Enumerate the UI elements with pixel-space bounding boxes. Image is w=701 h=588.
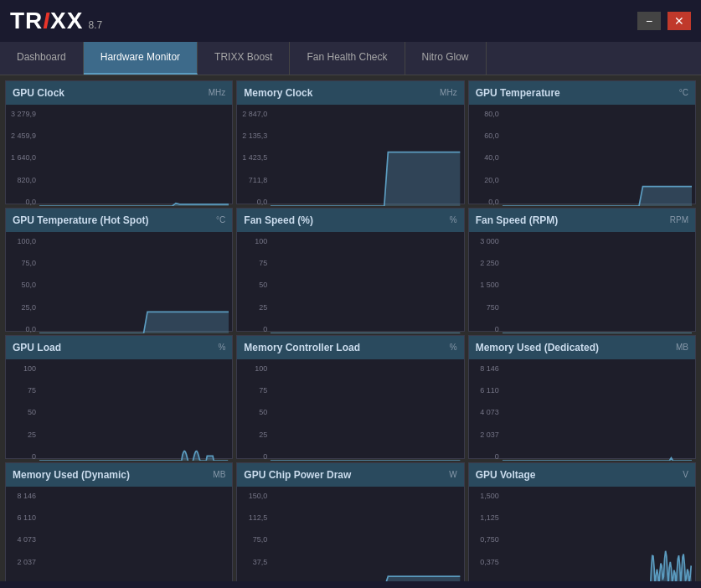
y-axis-label: 0: [32, 580, 36, 581]
card-unit-gpu-temperature: °C: [679, 88, 688, 97]
tab-hardware-monitor[interactable]: Hardware Monitor: [84, 42, 198, 75]
card-unit-memory-used-dedicated: MB: [676, 343, 688, 352]
card-header-gpu-temperature: GPU Temperature°C: [469, 81, 695, 105]
monitor-card-memory-used-dynamic: Memory Used (Dynamic)MB8 1466 1104 0732 …: [5, 462, 233, 581]
monitor-card-gpu-voltage: GPU VoltageV1,5001,1250,7500,3750,000: [468, 462, 696, 581]
monitor-card-gpu-temperature-hotspot: GPU Temperature (Hot Spot)°C100,075,050,…: [5, 208, 233, 332]
chart-area-fan-speed-percent: [271, 235, 460, 333]
y-axis-fan-speed-rpm: 3 0002 2501 5007500: [469, 235, 503, 337]
y-axis-gpu-clock: 3 279,92 459,91 640,0820,00,0: [6, 108, 39, 209]
card-title-fan-speed-percent: Fan Speed (%): [244, 214, 313, 226]
card-unit-memory-clock: MHz: [440, 88, 457, 97]
y-axis-label: 20,0: [484, 176, 499, 184]
chart-area-memory-controller-load: [271, 363, 460, 461]
y-axis-label: 3 000: [480, 237, 499, 245]
y-axis-label: 0,0: [25, 198, 36, 206]
y-axis-label: 50: [259, 281, 267, 289]
card-header-gpu-temperature-hotspot: GPU Temperature (Hot Spot)°C: [6, 209, 232, 232]
y-axis-label: 25: [28, 431, 36, 439]
card-body-gpu-voltage: 1,5001,1250,7500,3750,000: [469, 487, 695, 581]
chart-area-memory-used-dedicated: [503, 363, 692, 461]
card-body-gpu-clock: 3 279,92 459,91 640,0820,00,0: [6, 105, 232, 209]
y-axis-label: 0,000: [480, 580, 499, 581]
y-axis-label: 100: [255, 237, 267, 245]
y-axis-memory-controller-load: 1007550250: [237, 363, 271, 464]
y-axis-label: 150,0: [249, 492, 268, 500]
y-axis-label: 1 500: [480, 281, 499, 289]
y-axis-memory-used-dedicated: 8 1466 1104 0732 0370: [469, 363, 503, 464]
app-version: 8.7: [88, 19, 102, 31]
tab-trixx-boost[interactable]: TRIXX Boost: [198, 42, 290, 75]
card-header-memory-used-dynamic: Memory Used (Dynamic)MB: [6, 463, 232, 487]
y-axis-label: 8 146: [480, 364, 499, 373]
y-axis-label: 2 847,0: [242, 110, 267, 118]
monitor-card-gpu-temperature: GPU Temperature°C80,060,040,020,00,0: [468, 80, 696, 204]
monitor-card-gpu-chip-power-draw: GPU Chip Power DrawW150,0112,575,037,50,…: [236, 462, 464, 581]
card-body-gpu-temperature-hotspot: 100,075,050,025,00,0: [6, 232, 232, 337]
y-axis-label: 0,375: [480, 558, 499, 566]
tab-nitro-glow[interactable]: Nitro Glow: [405, 42, 487, 75]
title-bar: TRIXX 8.7 − ✕: [0, 0, 701, 42]
y-axis-label: 50: [28, 408, 36, 416]
chart-area-gpu-load: [39, 363, 229, 461]
y-axis-label: 0,0: [25, 325, 36, 333]
card-title-gpu-voltage: GPU Voltage: [476, 469, 536, 481]
card-title-gpu-temperature: GPU Temperature: [476, 87, 560, 99]
tab-dashboard[interactable]: Dashboard: [0, 42, 84, 75]
tab-fan-health-check[interactable]: Fan Health Check: [290, 42, 405, 75]
y-axis-label: 2 459,9: [11, 132, 36, 140]
y-axis-label: 1 423,5: [242, 153, 267, 162]
y-axis-label: 1,125: [480, 513, 499, 522]
y-axis-label: 2 037: [17, 558, 36, 566]
y-axis-label: 4 073: [17, 535, 36, 544]
y-axis-label: 0,0: [488, 198, 499, 206]
card-header-gpu-chip-power-draw: GPU Chip Power DrawW: [237, 463, 463, 487]
y-axis-label: 2 037: [480, 431, 499, 439]
minimize-button[interactable]: −: [637, 12, 661, 30]
y-axis-label: 750: [487, 303, 499, 312]
card-title-gpu-chip-power-draw: GPU Chip Power Draw: [244, 469, 351, 481]
card-title-gpu-clock: GPU Clock: [13, 87, 64, 99]
y-axis-gpu-temperature: 80,060,040,020,00,0: [469, 108, 503, 209]
monitor-card-memory-controller-load: Memory Controller Load%1007550250: [236, 335, 464, 459]
y-axis-label: 25: [259, 303, 267, 312]
y-axis-label: 37,5: [253, 558, 268, 566]
y-axis-label: 60,0: [484, 132, 499, 140]
y-axis-label: 100,0: [17, 237, 36, 245]
card-header-memory-used-dedicated: Memory Used (Dedicated)MB: [469, 336, 695, 359]
card-body-memory-used-dynamic: 8 1466 1104 0732 0370: [6, 487, 232, 581]
y-axis-label: 6 110: [17, 513, 36, 522]
y-axis-label: 0,0: [257, 198, 268, 206]
close-button[interactable]: ✕: [667, 12, 691, 30]
y-axis-gpu-temperature-hotspot: 100,075,050,025,00,0: [6, 235, 39, 337]
y-axis-label: 25: [259, 431, 267, 439]
card-title-fan-speed-rpm: Fan Speed (RPM): [476, 214, 559, 226]
y-axis-label: 0: [495, 452, 499, 461]
card-body-fan-speed-percent: 1007550250: [237, 232, 463, 337]
card-header-fan-speed-rpm: Fan Speed (RPM)RPM: [469, 209, 695, 232]
y-axis-label: 75: [259, 386, 267, 395]
y-axis-label: 40,0: [484, 153, 499, 162]
y-axis-label: 112,5: [249, 513, 268, 522]
card-title-gpu-temperature-hotspot: GPU Temperature (Hot Spot): [13, 214, 148, 226]
card-unit-memory-controller-load: %: [450, 343, 457, 352]
monitor-card-gpu-clock: GPU ClockMHz3 279,92 459,91 640,0820,00,…: [5, 80, 233, 204]
y-axis-gpu-chip-power-draw: 150,0112,575,037,50,0: [237, 490, 271, 581]
chart-area-fan-speed-rpm: [503, 235, 692, 333]
y-axis-memory-used-dynamic: 8 1466 1104 0732 0370: [6, 490, 39, 581]
y-axis-label: 100: [255, 364, 267, 373]
y-axis-label: 820,0: [17, 176, 36, 184]
app-logo: TRIXX 8.7: [10, 8, 102, 34]
y-axis-label: 0: [263, 452, 267, 461]
card-title-memory-controller-load: Memory Controller Load: [244, 342, 360, 353]
y-axis-label: 2 135,3: [242, 132, 267, 140]
card-title-gpu-load: GPU Load: [13, 342, 61, 353]
card-unit-fan-speed-percent: %: [450, 215, 457, 224]
card-unit-memory-used-dynamic: MB: [213, 470, 225, 479]
y-axis-label: 75: [259, 259, 267, 267]
card-title-memory-clock: Memory Clock: [244, 87, 312, 99]
y-axis-label: 0,0: [257, 580, 268, 581]
y-axis-label: 711,8: [249, 176, 268, 184]
card-header-fan-speed-percent: Fan Speed (%)%: [237, 209, 463, 232]
chart-area-memory-used-dynamic: [39, 490, 229, 581]
